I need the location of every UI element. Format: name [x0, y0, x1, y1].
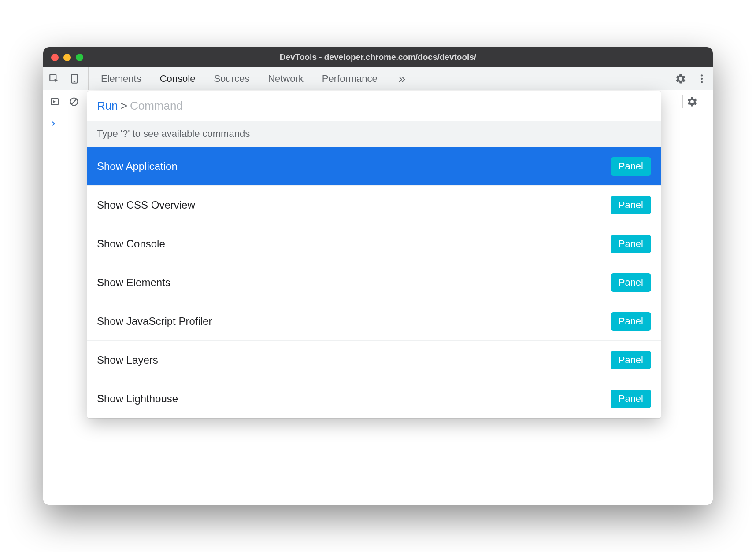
titlebar: DevTools - developer.chrome.com/docs/dev… — [43, 47, 713, 67]
command-menu-item-label: Show Console — [97, 238, 165, 250]
command-menu-item-label: Show CSS Overview — [97, 199, 195, 211]
svg-point-3 — [701, 74, 703, 76]
command-menu-item-label: Show Layers — [97, 354, 158, 366]
window-title: DevTools - developer.chrome.com/docs/dev… — [43, 52, 713, 62]
command-menu-search-row: Run > — [87, 91, 661, 121]
command-menu-badge: Panel — [611, 351, 651, 369]
command-menu-badge: Panel — [611, 312, 651, 331]
command-menu-badge: Panel — [611, 196, 651, 214]
inspect-element-icon[interactable] — [48, 73, 60, 85]
panel-tabs: Elements Console Sources Network Perform… — [89, 67, 405, 90]
more-options-icon[interactable] — [696, 73, 708, 85]
command-menu-item[interactable]: Show JavaScript Profiler Panel — [87, 302, 661, 341]
command-menu-item-label: Show Elements — [97, 276, 170, 289]
execution-context-icon[interactable] — [49, 96, 60, 107]
command-menu-hint: Type '?' to see available commands — [87, 121, 661, 147]
tab-console[interactable]: Console — [160, 67, 196, 90]
command-menu-badge: Panel — [611, 235, 651, 253]
more-tabs-icon[interactable]: » — [399, 72, 406, 86]
command-menu-badge: Panel — [611, 273, 651, 292]
clear-console-icon[interactable] — [69, 96, 79, 107]
svg-point-5 — [701, 81, 703, 83]
command-menu-item-label: Show JavaScript Profiler — [97, 315, 212, 328]
command-menu: Run > Type '?' to see available commands… — [87, 91, 661, 418]
command-menu-item[interactable]: Show Application Panel — [87, 147, 661, 186]
command-menu-item[interactable]: Show Console Panel — [87, 224, 661, 263]
settings-icon[interactable] — [675, 73, 686, 85]
device-toolbar-icon[interactable] — [69, 73, 80, 85]
minimize-window-button[interactable] — [63, 54, 71, 61]
command-menu-input[interactable] — [130, 99, 651, 113]
toolbar-right-group — [670, 73, 708, 85]
command-menu-item[interactable]: Show Layers Panel — [87, 341, 661, 379]
command-menu-item[interactable]: Show Elements Panel — [87, 263, 661, 302]
svg-line-8 — [71, 99, 77, 104]
tab-performance[interactable]: Performance — [322, 67, 378, 90]
command-menu-item[interactable]: Show Lighthouse Panel — [87, 379, 661, 418]
command-menu-list: Show Application Panel Show CSS Overview… — [87, 147, 661, 418]
command-menu-item[interactable]: Show CSS Overview Panel — [87, 186, 661, 224]
console-toolbar-right — [679, 95, 707, 108]
main-toolbar: Elements Console Sources Network Perform… — [43, 67, 713, 90]
devtools-window: DevTools - developer.chrome.com/docs/dev… — [43, 47, 713, 505]
maximize-window-button[interactable] — [76, 54, 83, 61]
tab-sources[interactable]: Sources — [214, 67, 249, 90]
command-menu-item-label: Show Lighthouse — [97, 393, 178, 405]
command-menu-item-label: Show Application — [97, 160, 178, 173]
command-menu-separator: > — [121, 99, 127, 113]
console-prompt-caret — [50, 118, 56, 129]
command-menu-badge: Panel — [611, 157, 651, 176]
command-menu-run-label: Run — [97, 99, 118, 113]
tab-network[interactable]: Network — [268, 67, 304, 90]
svg-point-4 — [701, 77, 703, 79]
command-menu-badge: Panel — [611, 390, 651, 408]
toolbar-left-group — [48, 67, 89, 90]
traffic-lights — [51, 54, 83, 61]
tab-elements[interactable]: Elements — [101, 67, 141, 90]
console-settings-icon[interactable] — [686, 96, 698, 107]
toolbar-divider — [682, 95, 683, 108]
close-window-button[interactable] — [51, 54, 59, 61]
